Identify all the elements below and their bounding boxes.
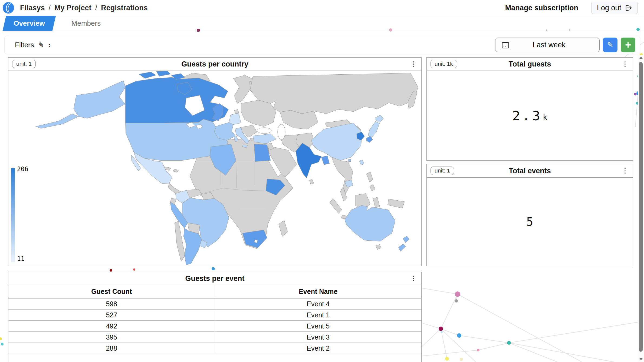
calendar-icon [501, 41, 510, 49]
total-guests-suffix: k [543, 113, 547, 122]
kebab-menu-icon[interactable] [410, 61, 417, 68]
guest-count-cell: 395 [8, 332, 215, 343]
card-title: Total guests [427, 58, 633, 71]
event-name-cell: Event 5 [215, 321, 421, 332]
guests-per-country-card: unit: 1 Guests per country [8, 57, 422, 266]
guests-per-event-table: Guest Count Event Name 598 Event 4 527 E… [8, 285, 421, 354]
scrollbar-up-arrow[interactable] [639, 57, 643, 59]
event-name-cell: Event 3 [215, 332, 421, 343]
filters-colon: : [48, 41, 51, 49]
total-guests-value: 2.3 [512, 108, 542, 123]
kebab-menu-icon[interactable] [622, 167, 629, 174]
guest-count-cell: 527 [8, 310, 215, 321]
tab-overview-label: Overview [4, 16, 54, 31]
breadcrumb-item-project[interactable]: My Project [54, 4, 91, 12]
filters-bar: Filters ✎ : Last week ✎ + [4, 36, 640, 54]
breadcrumb-item-brand[interactable]: Filasys [20, 4, 45, 12]
guest-count-cell: 492 [8, 321, 215, 332]
map-legend-min: 11 [17, 255, 25, 262]
event-name-cell: Event 4 [215, 298, 421, 310]
kebab-menu-icon[interactable] [410, 275, 417, 282]
tab-bar: Overview Members [0, 16, 644, 31]
logout-button-label: Log out [597, 4, 621, 12]
tab-members-label: Members [71, 19, 101, 27]
edit-filters-pencil-icon[interactable]: ✎ [38, 41, 44, 49]
table-row: 395 Event 3 [8, 332, 421, 343]
map-legend-max: 206 [17, 165, 28, 172]
scrollbar-down-arrow[interactable] [639, 358, 643, 360]
manage-subscription-link[interactable]: Manage subscription [505, 4, 578, 12]
card-title: Guests per event [8, 272, 421, 285]
column-header-guest-count[interactable]: Guest Count [8, 285, 215, 298]
breadcrumb-separator: / [95, 4, 97, 12]
table-row: 288 Event 2 [8, 343, 421, 354]
plus-icon: + [625, 40, 631, 50]
table-row: 492 Event 5 [8, 321, 421, 332]
card-title: Guests per country [8, 58, 421, 71]
breadcrumb: Filasys / My Project / Registrations [20, 4, 148, 12]
scrollbar-thumb[interactable] [639, 62, 643, 352]
table-row: 527 Event 1 [8, 310, 421, 321]
add-widget-button[interactable]: + [621, 38, 635, 52]
kebab-menu-icon[interactable] [622, 61, 629, 68]
event-name-cell: Event 1 [215, 310, 421, 321]
column-header-event-name[interactable]: Event Name [215, 285, 421, 298]
table-row: 598 Event 4 [8, 298, 421, 310]
pencil-icon: ✎ [607, 41, 613, 49]
breadcrumb-separator: / [49, 4, 51, 12]
total-events-card: unit: 1 Total events 5 [426, 164, 633, 266]
top-bar: Filasys / My Project / Registrations Man… [0, 0, 644, 16]
logout-button[interactable]: Log out [591, 2, 638, 14]
total-guests-card: unit: 1k Total guests 2.3k [426, 57, 633, 161]
tab-members[interactable]: Members [64, 16, 108, 31]
filasys-logo-icon[interactable] [3, 2, 14, 14]
card-title: Total events [427, 164, 633, 177]
vertical-scrollbar[interactable] [638, 55, 644, 362]
breadcrumb-item-page[interactable]: Registrations [101, 4, 148, 12]
date-range-value: Last week [510, 41, 589, 49]
edit-dashboard-button[interactable]: ✎ [603, 38, 617, 52]
tab-overview[interactable]: Overview [3, 16, 56, 31]
logout-icon [625, 4, 632, 11]
date-range-select[interactable]: Last week [495, 38, 600, 52]
guest-count-cell: 288 [8, 343, 215, 354]
guest-count-cell: 598 [8, 298, 215, 310]
map-legend-bar [11, 168, 15, 262]
guests-per-event-card: Guests per event Guest Count Event Name … [8, 272, 422, 362]
event-name-cell: Event 2 [215, 343, 421, 354]
total-events-value: 5 [526, 215, 533, 228]
filters-label: Filters [15, 41, 34, 49]
world-map-choropleth[interactable]: 206 11 [8, 71, 421, 266]
